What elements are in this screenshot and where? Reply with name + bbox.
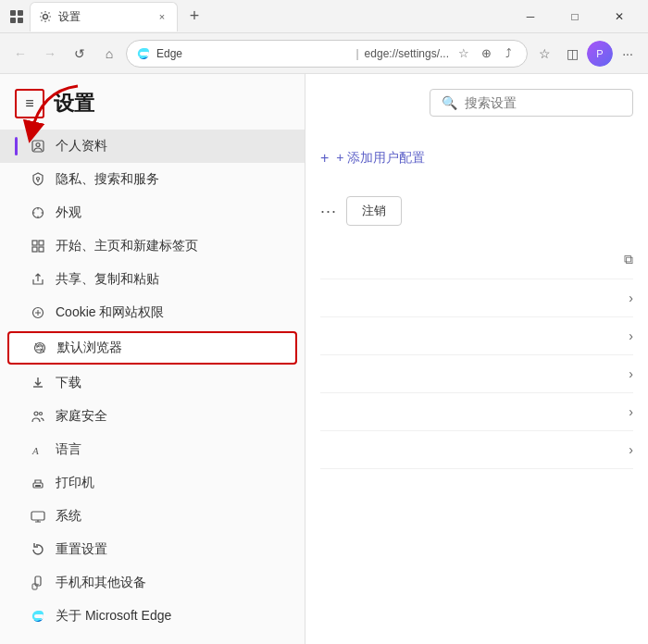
profile-button[interactable]: P: [587, 41, 613, 67]
sidebar-label-appearance: 外观: [56, 204, 81, 221]
family-icon: [30, 408, 46, 425]
list-item-2[interactable]: ›: [320, 279, 633, 317]
svg-rect-12: [39, 241, 44, 245]
svg-rect-1: [18, 10, 23, 16]
collections-toolbar-icon[interactable]: ◫: [559, 41, 585, 67]
list-item-4[interactable]: ›: [320, 355, 633, 393]
sidebar-label-system: 系统: [56, 508, 81, 525]
favorites-toolbar-icon[interactable]: ☆: [531, 41, 557, 67]
tab-close-button[interactable]: ×: [155, 9, 169, 24]
sidebar-item-reset[interactable]: 重置设置: [0, 533, 305, 566]
minimize-button[interactable]: ─: [509, 3, 552, 31]
maximize-button[interactable]: □: [554, 3, 596, 31]
sidebar-label-printer: 打印机: [56, 475, 94, 491]
home-button[interactable]: ⌂: [96, 41, 122, 67]
sidebar-item-cookies[interactable]: Cookie 和网站权限: [0, 296, 305, 329]
forward-button[interactable]: →: [37, 41, 63, 67]
add-profile-label: + 添加用户配置: [336, 150, 425, 167]
sidebar-label-family: 家庭安全: [56, 408, 107, 425]
sidebar-label-mobile: 手机和其他设备: [56, 575, 146, 591]
main-content: ≡ 设置: [0, 74, 648, 644]
sidebar-label-privacy: 隐私、搜索和服务: [56, 171, 159, 188]
search-input[interactable]: [465, 95, 621, 110]
svg-point-7: [36, 143, 40, 147]
svg-rect-11: [32, 241, 37, 245]
titlebar-left: 设置 × +: [7, 2, 207, 31]
sidebar-item-family[interactable]: 家庭安全: [0, 400, 305, 433]
share-nav-icon: [30, 271, 46, 288]
sidebar-item-mobile[interactable]: 手机和其他设备: [0, 566, 305, 600]
titlebar-controls: ─ □ ✕: [509, 3, 641, 31]
system-icon: [30, 508, 46, 525]
profile-avatar: P: [587, 41, 613, 67]
sidebar-item-downloads[interactable]: 下载: [0, 366, 305, 400]
sidebar-item-privacy[interactable]: 隐私、搜索和服务: [0, 163, 305, 196]
close-button[interactable]: ✕: [598, 3, 641, 31]
content-area: 🔍 + + 添加用户配置 ··· 注销 ⧉ ›: [305, 74, 648, 644]
sidebar-item-default-browser[interactable]: 默认浏览器: [7, 331, 297, 365]
sidebar-item-start[interactable]: 开始、主页和新建标签页: [0, 229, 305, 263]
toolbar-right: ☆ ◫ P ···: [531, 41, 641, 67]
sidebar-label-about: 关于 Microsoft Edge: [56, 608, 171, 625]
add-profile-button[interactable]: + + 添加用户配置: [320, 142, 633, 174]
sidebar-label-start: 开始、主页和新建标签页: [56, 238, 198, 254]
search-bar[interactable]: 🔍: [430, 89, 633, 117]
svg-rect-0: [10, 10, 16, 16]
sidebar-item-system[interactable]: 系统: [0, 500, 305, 533]
collections-icon[interactable]: ⊕: [477, 44, 495, 63]
search-icon: 🔍: [442, 95, 457, 110]
sidebar-label-reset: 重置设置: [56, 541, 107, 558]
more-tools-button[interactable]: ···: [615, 41, 641, 67]
downloads-icon: [30, 375, 46, 391]
svg-point-18: [40, 413, 43, 415]
list-item-3[interactable]: ›: [320, 317, 633, 355]
tab-title: 设置: [58, 9, 149, 25]
privacy-icon: [30, 171, 46, 188]
dots-button[interactable]: ···: [320, 202, 337, 221]
list-item-5[interactable]: ›: [320, 393, 633, 431]
sidebar-item-language[interactable]: A 语言: [0, 433, 305, 466]
menu-toggle-button[interactable]: ≡: [15, 89, 44, 118]
sidebar: ≡ 设置: [0, 74, 305, 644]
tab-grid-icon[interactable]: [7, 7, 26, 26]
address-bar[interactable]: Edge | edge://settings/... ☆ ⊕ ⤴: [126, 40, 528, 68]
svg-text:A: A: [31, 445, 39, 456]
reset-icon: [30, 541, 46, 558]
sidebar-item-about[interactable]: 关于 Microsoft Edge: [0, 600, 305, 633]
sidebar-header: ≡ 设置: [0, 74, 305, 126]
chevron-right-icon-6: ›: [629, 442, 633, 457]
svg-point-17: [34, 412, 38, 415]
reload-button[interactable]: ↺: [67, 41, 93, 67]
share-icon[interactable]: ⤴: [499, 44, 517, 63]
sidebar-item-profile[interactable]: 个人资料: [0, 130, 305, 163]
chevron-right-icon-4: ›: [629, 366, 633, 381]
address-url: edge://settings/...: [365, 47, 449, 60]
chevron-right-icon-3: ›: [629, 328, 633, 343]
default-browser-icon: [31, 340, 48, 356]
printer-icon: [30, 475, 46, 491]
list-item-6[interactable]: ›: [320, 431, 633, 469]
new-tab-button[interactable]: +: [181, 4, 207, 30]
sidebar-item-printer[interactable]: 打印机: [0, 466, 305, 500]
add-icon: +: [320, 150, 329, 167]
sidebar-item-share[interactable]: 共享、复制和粘贴: [0, 263, 305, 296]
favorites-icon[interactable]: ☆: [455, 44, 473, 63]
start-icon: [30, 238, 46, 254]
sidebar-nav: 个人资料 隐私、搜索和服务: [0, 126, 305, 637]
settings-title: 设置: [54, 90, 94, 118]
sidebar-item-appearance[interactable]: 外观: [0, 196, 305, 229]
sidebar-label-default-browser: 默认浏览器: [57, 340, 122, 356]
svg-point-24: [37, 584, 38, 585]
chevron-right-icon-5: ›: [629, 404, 633, 419]
list-item-1[interactable]: ⧉: [320, 241, 633, 279]
svg-rect-14: [39, 247, 44, 252]
addressbar: ← → ↺ ⌂ Edge | edge://settings/... ☆ ⊕ ⤴…: [0, 33, 648, 74]
cancel-button[interactable]: 注销: [346, 196, 402, 226]
profile-icon: [30, 138, 46, 155]
about-icon: [30, 608, 46, 625]
active-tab[interactable]: 设置 ×: [30, 2, 178, 31]
svg-rect-21: [35, 485, 41, 487]
svg-rect-13: [32, 247, 37, 252]
back-button[interactable]: ←: [7, 41, 33, 67]
language-icon: A: [30, 441, 46, 458]
